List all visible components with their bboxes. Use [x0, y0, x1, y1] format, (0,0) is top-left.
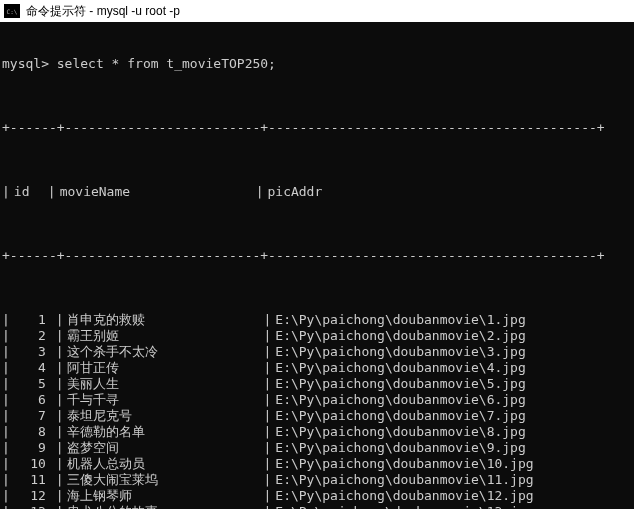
table-separator-mid: +------+-------------------------+------…: [2, 248, 634, 264]
table-row: |13 |忠犬八公的故事|E:\Py\paichong\doubanmovie\…: [2, 504, 634, 509]
table-separator-top: +------+-------------------------+------…: [2, 120, 634, 136]
table-row: |12 |海上钢琴师|E:\Py\paichong\doubanmovie\12…: [2, 488, 634, 504]
pipe: |: [48, 376, 64, 392]
table-row: |1 |肖申克的救赎|E:\Py\paichong\doubanmovie\1.…: [2, 312, 634, 328]
cell-picaddr: E:\Py\paichong\doubanmovie\12.jpg: [271, 488, 533, 504]
sql-query: select * from t_movieTOP250;: [49, 56, 276, 72]
cell-moviename: 海上钢琴师: [63, 488, 263, 504]
cell-moviename: 辛德勒的名单: [63, 424, 263, 440]
pipe: |: [263, 472, 271, 488]
cell-picaddr: E:\Py\paichong\doubanmovie\10.jpg: [271, 456, 533, 472]
header-id: id: [10, 184, 48, 200]
pipe: |: [48, 408, 64, 424]
prompt-line: mysql> select * from t_movieTOP250;: [2, 56, 634, 72]
pipe: |: [48, 504, 64, 509]
cell-id: 9: [10, 440, 48, 456]
window-title: 命令提示符 - mysql -u root -p: [26, 3, 180, 20]
cell-picaddr: E:\Py\paichong\doubanmovie\9.jpg: [271, 440, 525, 456]
pipe: |: [48, 312, 64, 328]
table-row: |5 |美丽人生|E:\Py\paichong\doubanmovie\5.jp…: [2, 376, 634, 392]
pipe: |: [263, 344, 271, 360]
table-row: |9 |盗梦空间|E:\Py\paichong\doubanmovie\9.jp…: [2, 440, 634, 456]
pipe: |: [2, 424, 10, 440]
pipe: |: [263, 456, 271, 472]
cell-id: 11: [10, 472, 48, 488]
pipe: |: [48, 328, 64, 344]
table-header-row: | id | movieName | picAddr: [2, 184, 634, 200]
header-moviename: movieName: [56, 184, 256, 200]
cell-moviename: 霸王别姬: [63, 328, 263, 344]
pipe: |: [48, 184, 56, 200]
mysql-prompt: mysql>: [2, 56, 49, 72]
pipe: |: [2, 504, 10, 509]
cell-moviename: 千与千寻: [63, 392, 263, 408]
pipe: |: [256, 184, 264, 200]
pipe: |: [263, 488, 271, 504]
pipe: |: [2, 184, 10, 200]
pipe: |: [2, 440, 10, 456]
pipe: |: [2, 328, 10, 344]
cell-moviename: 这个杀手不太冷: [63, 344, 263, 360]
pipe: |: [263, 360, 271, 376]
cell-picaddr: E:\Py\paichong\doubanmovie\5.jpg: [271, 376, 525, 392]
pipe: |: [2, 360, 10, 376]
cell-moviename: 盗梦空间: [63, 440, 263, 456]
cell-picaddr: E:\Py\paichong\doubanmovie\8.jpg: [271, 424, 525, 440]
cell-id: 10: [10, 456, 48, 472]
pipe: |: [48, 488, 64, 504]
cell-moviename: 三傻大闹宝莱坞: [63, 472, 263, 488]
table-row: |4 |阿甘正传|E:\Py\paichong\doubanmovie\4.jp…: [2, 360, 634, 376]
cell-picaddr: E:\Py\paichong\doubanmovie\6.jpg: [271, 392, 525, 408]
titlebar[interactable]: 命令提示符 - mysql -u root -p: [0, 0, 634, 22]
cell-picaddr: E:\Py\paichong\doubanmovie\13.jpg: [271, 504, 533, 509]
table-row: |10 |机器人总动员|E:\Py\paichong\doubanmovie\1…: [2, 456, 634, 472]
terminal-area[interactable]: mysql> select * from t_movieTOP250; +---…: [0, 22, 634, 509]
cell-id: 5: [10, 376, 48, 392]
pipe: |: [263, 328, 271, 344]
pipe: |: [48, 456, 64, 472]
cell-moviename: 美丽人生: [63, 376, 263, 392]
pipe: |: [263, 408, 271, 424]
header-picaddr: picAddr: [263, 184, 322, 200]
cell-id: 2: [10, 328, 48, 344]
cell-id: 1: [10, 312, 48, 328]
cmd-icon: [4, 4, 20, 18]
pipe: |: [263, 424, 271, 440]
cell-id: 6: [10, 392, 48, 408]
pipe: |: [2, 408, 10, 424]
pipe: |: [48, 440, 64, 456]
table-row: |2 |霸王别姬|E:\Py\paichong\doubanmovie\2.jp…: [2, 328, 634, 344]
table-row: |8 |辛德勒的名单|E:\Py\paichong\doubanmovie\8.…: [2, 424, 634, 440]
cell-picaddr: E:\Py\paichong\doubanmovie\2.jpg: [271, 328, 525, 344]
table-row: |3 |这个杀手不太冷|E:\Py\paichong\doubanmovie\3…: [2, 344, 634, 360]
pipe: |: [263, 504, 271, 509]
cell-moviename: 阿甘正传: [63, 360, 263, 376]
cell-moviename: 忠犬八公的故事: [63, 504, 263, 509]
pipe: |: [2, 488, 10, 504]
pipe: |: [48, 424, 64, 440]
cell-picaddr: E:\Py\paichong\doubanmovie\11.jpg: [271, 472, 533, 488]
cell-id: 8: [10, 424, 48, 440]
cell-id: 4: [10, 360, 48, 376]
pipe: |: [48, 472, 64, 488]
pipe: |: [263, 312, 271, 328]
pipe: |: [48, 344, 64, 360]
pipe: |: [48, 392, 64, 408]
cell-id: 13: [10, 504, 48, 509]
table-body: |1 |肖申克的救赎|E:\Py\paichong\doubanmovie\1.…: [2, 312, 634, 509]
pipe: |: [2, 312, 10, 328]
pipe: |: [2, 392, 10, 408]
cell-id: 12: [10, 488, 48, 504]
pipe: |: [263, 440, 271, 456]
pipe: |: [2, 456, 10, 472]
cell-picaddr: E:\Py\paichong\doubanmovie\3.jpg: [271, 344, 525, 360]
cell-picaddr: E:\Py\paichong\doubanmovie\4.jpg: [271, 360, 525, 376]
cell-picaddr: E:\Py\paichong\doubanmovie\1.jpg: [271, 312, 525, 328]
pipe: |: [2, 472, 10, 488]
pipe: |: [263, 376, 271, 392]
table-row: |6 |千与千寻|E:\Py\paichong\doubanmovie\6.jp…: [2, 392, 634, 408]
pipe: |: [2, 376, 10, 392]
pipe: |: [48, 360, 64, 376]
cell-moviename: 肖申克的救赎: [63, 312, 263, 328]
pipe: |: [2, 344, 10, 360]
